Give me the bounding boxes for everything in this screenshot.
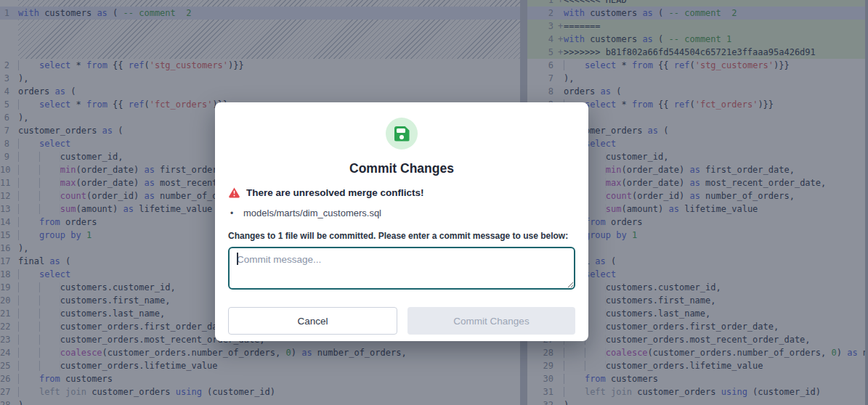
save-floppy-icon xyxy=(394,126,410,142)
merge-conflict-warning: There are unresolved merge conflicts! xyxy=(228,187,575,198)
cancel-button[interactable]: Cancel xyxy=(228,307,397,335)
save-icon-badge xyxy=(386,118,418,150)
floppy-dot-shape xyxy=(399,135,404,139)
bullet-icon: • xyxy=(228,208,243,218)
conflicted-file-path: models/marts/dim_customers.sql xyxy=(243,208,381,218)
modal-title: Commit Changes xyxy=(228,161,575,176)
modal-actions: Cancel Commit Changes xyxy=(228,307,575,335)
commit-changes-modal: Commit Changes There are unresolved merg… xyxy=(215,102,588,341)
conflicted-file-item: • models/marts/dim_customers.sql xyxy=(228,208,575,218)
commit-changes-button[interactable]: Commit Changes xyxy=(407,307,575,335)
commit-prompt-label: Changes to 1 file will be committed. Ple… xyxy=(228,231,575,241)
ide-screen: 1with customers as ( -- comment 22 selec… xyxy=(0,0,868,405)
commit-message-input[interactable] xyxy=(228,247,575,290)
warning-text: There are unresolved merge conflicts! xyxy=(246,187,424,198)
commit-message-wrap xyxy=(228,247,575,290)
warning-triangle-icon xyxy=(228,187,240,198)
floppy-label-shape xyxy=(397,128,405,133)
